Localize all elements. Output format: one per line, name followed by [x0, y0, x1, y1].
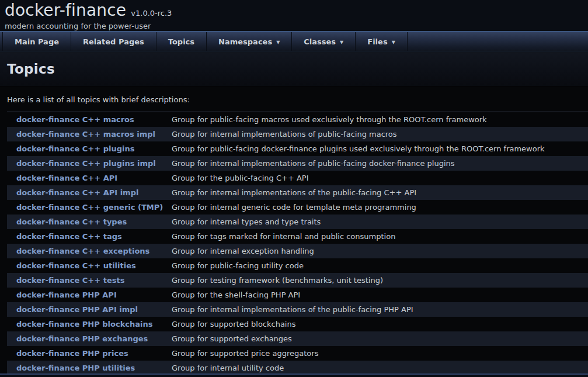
project-name: docker-finance — [5, 1, 126, 20]
tab-label: Related Pages — [83, 37, 144, 46]
chevron-down-icon: ▼ — [392, 40, 395, 45]
tab-files[interactable]: Files ▼ — [356, 32, 408, 51]
topic-description: Group for internal implementations of th… — [172, 188, 416, 197]
topic-description: Group for internal types and type traits — [172, 217, 321, 226]
table-row: docker-finance C++ macros impl Group for… — [7, 127, 588, 141]
topic-description: Group for public-facing macros used excl… — [172, 115, 487, 124]
topics-table: docker-finance C++ macros Group for publ… — [7, 112, 588, 375]
tab-namespaces[interactable]: Namespaces ▼ — [207, 32, 292, 51]
table-row: docker-finance C++ API Group for the pub… — [7, 171, 588, 185]
tab-label: Files — [367, 37, 387, 46]
topic-link[interactable]: docker-finance C++ plugins — [7, 144, 172, 153]
topic-description: Group for internal utility code — [172, 364, 284, 372]
page-header: Topics — [0, 51, 588, 87]
topic-link[interactable]: docker-finance C++ macros — [7, 115, 172, 124]
tab-topics[interactable]: Topics — [156, 32, 207, 51]
project-brief: modern accounting for the power-user — [5, 22, 588, 30]
table-row: docker-finance C++ tags Group for tags m… — [7, 229, 588, 244]
topic-description: Group for public-facing utility code — [172, 261, 304, 270]
bottom-scroll-strip[interactable] — [0, 373, 588, 377]
topic-description: Group for the shell-facing PHP API — [172, 290, 300, 299]
topic-description: Group for internal generic code for temp… — [172, 203, 416, 212]
topic-link[interactable]: docker-finance C++ macros impl — [7, 130, 172, 139]
tab-label: Namespaces — [218, 37, 272, 46]
topic-description: Group for internal implementations of pu… — [172, 130, 397, 139]
table-row: docker-finance PHP prices Group for supp… — [7, 346, 588, 361]
topic-link[interactable]: docker-finance C++ generic (TMP) — [7, 203, 172, 212]
topic-link[interactable]: docker-finance C++ exceptions — [7, 247, 172, 255]
table-row: docker-finance C++ utilities Group for p… — [7, 258, 588, 273]
intro-text: Here is a list of all topics with brief … — [0, 95, 588, 104]
chevron-down-icon: ▼ — [340, 40, 343, 45]
topic-description: Group for internal implementations of th… — [172, 305, 413, 314]
topic-link[interactable]: docker-finance PHP utilities — [7, 364, 172, 372]
topic-description: Group for supported blockchains — [172, 320, 295, 328]
topic-description: Group for public-facing docker-finance p… — [172, 144, 545, 153]
topic-link[interactable]: docker-finance PHP API impl — [7, 305, 172, 314]
topic-link[interactable]: docker-finance PHP API — [7, 290, 172, 299]
contents: Here is a list of all topics with brief … — [0, 87, 588, 375]
topic-description: Group for internal implementations of pu… — [172, 159, 455, 168]
topic-link[interactable]: docker-finance C++ utilities — [7, 261, 172, 270]
topic-link[interactable]: docker-finance C++ tests — [7, 276, 172, 285]
table-row: docker-finance C++ plugins impl Group fo… — [7, 156, 588, 171]
tab-label: Topics — [168, 37, 194, 46]
topic-link[interactable]: docker-finance PHP exchanges — [7, 334, 172, 343]
topic-link[interactable]: docker-finance C++ plugins impl — [7, 159, 172, 168]
page-title: Topics — [7, 61, 581, 77]
title-area: docker-finance v1.0.0-rc.3 modern accoun… — [0, 0, 588, 31]
tab-label: Classes — [304, 37, 336, 46]
topic-link[interactable]: docker-finance PHP prices — [7, 349, 172, 358]
tab-main-page[interactable]: Main Page — [2, 32, 71, 51]
topic-link[interactable]: docker-finance C++ API impl — [7, 188, 172, 197]
table-row: docker-finance PHP API impl Group for in… — [7, 302, 588, 317]
table-row: docker-finance C++ API impl Group for in… — [7, 185, 588, 200]
table-row: docker-finance C++ plugins Group for pub… — [7, 141, 588, 156]
table-row: docker-finance PHP exchanges Group for s… — [7, 331, 588, 346]
topic-description: Group for internal exception handling — [172, 247, 314, 255]
topic-description: Group for supported exchanges — [172, 334, 292, 343]
tab-related-pages[interactable]: Related Pages — [71, 32, 156, 51]
tab-classes[interactable]: Classes ▼ — [292, 32, 356, 51]
topic-description: Group for supported price aggregators — [172, 349, 318, 358]
chevron-down-icon: ▼ — [276, 40, 280, 45]
topic-link[interactable]: docker-finance PHP blockchains — [7, 320, 172, 328]
table-row: docker-finance C++ tests Group for testi… — [7, 273, 588, 288]
table-row: docker-finance C++ types Group for inter… — [7, 215, 588, 229]
table-row: docker-finance PHP API Group for the she… — [7, 288, 588, 302]
topic-link[interactable]: docker-finance C++ API — [7, 174, 172, 182]
table-row: docker-finance C++ exceptions Group for … — [7, 244, 588, 258]
topic-description: Group for testing framework (benchmarks,… — [172, 276, 383, 285]
main-nav-tabs: Main Page Related Pages Topics Namespace… — [0, 31, 588, 51]
topic-link[interactable]: docker-finance C++ tags — [7, 232, 172, 241]
table-row: docker-finance PHP blockchains Group for… — [7, 317, 588, 331]
topic-description: Group for the public-facing C++ API — [172, 174, 308, 182]
topic-link[interactable]: docker-finance C++ types — [7, 217, 172, 226]
table-row: docker-finance C++ generic (TMP) Group f… — [7, 200, 588, 215]
tab-label: Main Page — [15, 37, 59, 46]
topic-description: Group for tags marked for internal and p… — [172, 232, 395, 241]
table-row: docker-finance C++ macros Group for publ… — [7, 112, 588, 127]
project-version: v1.0.0-rc.3 — [131, 9, 172, 18]
